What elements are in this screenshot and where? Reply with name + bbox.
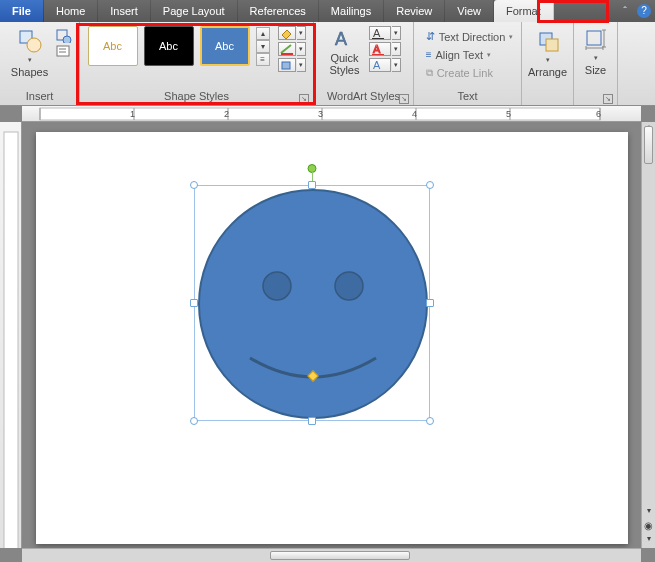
tab-review[interactable]: Review bbox=[384, 0, 445, 22]
svg-text:2: 2 bbox=[224, 109, 229, 119]
style-preset-3[interactable]: Abc bbox=[200, 26, 250, 66]
svg-rect-12 bbox=[372, 38, 384, 39]
gallery-scroll[interactable]: ▴ ▾ ≡ bbox=[256, 27, 270, 66]
svg-line-7 bbox=[281, 45, 291, 53]
align-text-icon: ≡ bbox=[426, 49, 432, 60]
svg-point-34 bbox=[199, 190, 427, 418]
shapes-gallery-button[interactable]: ▾ Shapes bbox=[7, 26, 52, 80]
shape-fill-button[interactable]: ▾ bbox=[278, 26, 306, 40]
svg-text:A: A bbox=[373, 59, 381, 71]
style-preset-1[interactable]: Abc bbox=[88, 26, 138, 66]
resize-handle-e[interactable] bbox=[426, 299, 434, 307]
scroll-thumb-h[interactable] bbox=[270, 551, 410, 560]
svg-text:6: 6 bbox=[596, 109, 601, 119]
gallery-down-icon[interactable]: ▾ bbox=[256, 40, 270, 53]
group-label-wordart: WordArt Styles↘ bbox=[320, 89, 407, 105]
tab-home[interactable]: Home bbox=[44, 0, 98, 22]
arrange-icon bbox=[535, 28, 561, 54]
dialog-launcher-icon[interactable]: ↘ bbox=[399, 94, 409, 104]
group-shape-styles: Abc Abc Abc ▴ ▾ ≡ ▾ ▾ ▾ bbox=[80, 22, 314, 105]
resize-handle-nw[interactable] bbox=[190, 181, 198, 189]
group-label-size: ↘ bbox=[580, 89, 611, 105]
svg-text:A: A bbox=[335, 29, 347, 49]
resize-handle-w[interactable] bbox=[190, 299, 198, 307]
group-insert-shapes: ▾ Shapes Insert Shapes bbox=[0, 22, 80, 105]
shape-outline-button[interactable]: ▾ bbox=[278, 42, 306, 56]
dialog-launcher-icon[interactable]: ↘ bbox=[299, 94, 309, 104]
size-button[interactable]: ▾ Size bbox=[580, 26, 612, 78]
svg-text:5: 5 bbox=[506, 109, 511, 119]
gallery-more-icon[interactable]: ≡ bbox=[256, 53, 270, 66]
svg-point-1 bbox=[27, 38, 41, 52]
svg-point-3 bbox=[63, 36, 71, 43]
style-preset-2[interactable]: Abc bbox=[144, 26, 194, 66]
tab-references[interactable]: References bbox=[238, 0, 319, 22]
document-area: 1 2 3 4 5 6 bbox=[0, 106, 655, 562]
quick-styles-button[interactable]: A Quick Styles bbox=[326, 26, 364, 78]
svg-text:A: A bbox=[373, 27, 381, 39]
group-label-shape-styles: Shape Styles↘ bbox=[86, 89, 307, 105]
arrange-button[interactable]: ▾ Arrange bbox=[524, 26, 571, 80]
svg-rect-8 bbox=[281, 53, 293, 55]
quick-styles-icon: A bbox=[333, 28, 357, 50]
svg-text:3: 3 bbox=[318, 109, 323, 119]
group-size: ▾ Size ↘ bbox=[574, 22, 618, 105]
text-outline-button[interactable]: A▾ bbox=[369, 42, 401, 56]
tab-mailings[interactable]: Mailings bbox=[319, 0, 384, 22]
resize-handle-se[interactable] bbox=[426, 417, 434, 425]
text-fill-button[interactable]: A▾ bbox=[369, 26, 401, 40]
scroll-down-icon[interactable]: ▾ bbox=[642, 506, 655, 520]
create-link-button: ⧉Create Link bbox=[426, 65, 514, 80]
shape-effects-button[interactable]: ▾ bbox=[278, 58, 306, 72]
group-label-insert-shapes: Insert Shapes bbox=[6, 89, 73, 105]
group-arrange: ▾ Arrange bbox=[522, 22, 574, 105]
svg-text:4: 4 bbox=[412, 109, 417, 119]
size-label: Size bbox=[585, 64, 606, 76]
horizontal-ruler[interactable]: 1 2 3 4 5 6 bbox=[22, 106, 641, 122]
svg-text:A: A bbox=[373, 43, 381, 55]
text-direction-button[interactable]: ⇵Text Direction ▾ bbox=[426, 29, 514, 44]
horizontal-scrollbar[interactable] bbox=[22, 548, 641, 562]
text-box-icon[interactable] bbox=[56, 45, 72, 59]
next-page-icon[interactable]: ▾ bbox=[642, 534, 655, 548]
smiley-shape[interactable] bbox=[195, 186, 431, 422]
resize-handle-ne[interactable] bbox=[426, 181, 434, 189]
fill-bucket-icon bbox=[279, 27, 295, 39]
quick-styles-label: Quick Styles bbox=[330, 52, 360, 76]
svg-rect-9 bbox=[282, 62, 290, 69]
text-direction-icon: ⇵ bbox=[426, 30, 435, 43]
vertical-scrollbar[interactable]: ▴ ▾ ◉ ▾ bbox=[641, 122, 655, 548]
shapes-icon bbox=[17, 28, 43, 54]
edit-shape-icon[interactable] bbox=[56, 29, 72, 43]
tab-insert[interactable]: Insert bbox=[98, 0, 151, 22]
shape-selection-frame[interactable] bbox=[194, 185, 430, 421]
size-icon bbox=[584, 28, 608, 52]
resize-handle-n[interactable] bbox=[308, 181, 316, 189]
dialog-launcher-icon[interactable]: ↘ bbox=[603, 94, 613, 104]
tab-pagelayout[interactable]: Page Layout bbox=[151, 0, 238, 22]
svg-point-36 bbox=[335, 272, 363, 300]
text-effects-button[interactable]: A▾ bbox=[369, 58, 401, 72]
svg-text:1: 1 bbox=[130, 109, 135, 119]
minimize-ribbon-icon[interactable]: ˆ bbox=[615, 0, 635, 22]
scroll-thumb-v[interactable] bbox=[644, 126, 653, 164]
svg-rect-18 bbox=[587, 31, 601, 45]
group-text: ⇵Text Direction ▾ ≡Align Text ▾ ⧉Create … bbox=[414, 22, 522, 105]
align-text-button[interactable]: ≡Align Text ▾ bbox=[426, 47, 514, 62]
shapes-label: Shapes bbox=[11, 66, 48, 78]
resize-handle-sw[interactable] bbox=[190, 417, 198, 425]
svg-rect-14 bbox=[372, 54, 384, 55]
tab-format[interactable]: Format bbox=[494, 0, 554, 22]
svg-rect-33 bbox=[4, 132, 18, 548]
help-icon[interactable]: ? bbox=[637, 4, 651, 18]
tab-file[interactable]: File bbox=[0, 0, 44, 22]
group-label-arrange bbox=[528, 89, 567, 105]
shape-style-gallery[interactable]: Abc Abc Abc ▴ ▾ ≡ bbox=[88, 26, 270, 66]
tab-view[interactable]: View bbox=[445, 0, 494, 22]
gallery-up-icon[interactable]: ▴ bbox=[256, 27, 270, 40]
vertical-ruler[interactable] bbox=[0, 122, 22, 548]
resize-handle-s[interactable] bbox=[308, 417, 316, 425]
prev-page-icon[interactable]: ◉ bbox=[642, 520, 655, 534]
group-label-text: Text bbox=[420, 89, 515, 105]
document-page[interactable] bbox=[36, 132, 628, 544]
